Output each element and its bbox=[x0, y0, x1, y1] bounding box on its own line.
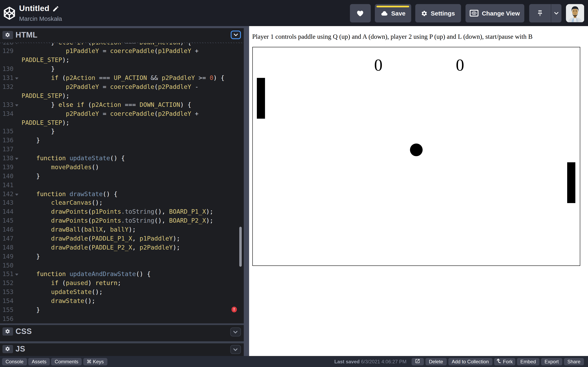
js-editor-panel: JS bbox=[0, 343, 244, 356]
line-number: 150 bbox=[0, 261, 13, 270]
code-fold-arrow-icon[interactable] bbox=[15, 158, 18, 160]
line-number: 131 bbox=[0, 74, 13, 83]
js-settings-gear-button[interactable] bbox=[2, 345, 13, 353]
line-number: 147 bbox=[0, 234, 13, 243]
html-collapse-button[interactable] bbox=[231, 30, 241, 39]
codepen-logo-icon[interactable] bbox=[3, 7, 16, 20]
last-saved-status: Last saved 6/3/2021 4:06:27 PM bbox=[334, 359, 406, 364]
header-actions: SaveSettingsChange View bbox=[350, 4, 588, 22]
code-fold-arrow-icon[interactable] bbox=[15, 274, 18, 276]
settings-button[interactable]: Settings bbox=[415, 4, 461, 22]
editor-column: HTML 128 } else if (p1Action === DOWN_AC… bbox=[0, 26, 244, 356]
pin-menu-caret-button[interactable] bbox=[551, 4, 561, 22]
footer-left-buttons: ConsoleAssetsComments⌘ Keys bbox=[2, 358, 107, 365]
code-fold-arrow-icon[interactable] bbox=[15, 193, 18, 196]
html-css-resize-gutter[interactable] bbox=[0, 323, 244, 325]
comments-button[interactable]: Comments bbox=[51, 358, 82, 365]
line-number: 148 bbox=[0, 243, 13, 252]
code-fold-arrow-icon[interactable] bbox=[15, 77, 18, 80]
line-number: 142 bbox=[0, 190, 13, 199]
code-line-wrap: PADDLE_STEP); bbox=[0, 92, 244, 101]
fork-button-label: Fork bbox=[503, 359, 513, 364]
gear-icon bbox=[5, 329, 10, 334]
line-number: 140 bbox=[0, 172, 13, 181]
code-line-139: 139 movePaddles() bbox=[0, 163, 244, 172]
embed-button[interactable]: Embed bbox=[517, 358, 539, 365]
chevron-down-icon bbox=[233, 32, 238, 37]
fork-button[interactable]: Fork bbox=[494, 358, 515, 365]
code-line-141: 141 bbox=[0, 181, 244, 190]
code-line-138: 138 function updateState() { bbox=[0, 154, 244, 163]
line-number: 128 bbox=[0, 43, 13, 47]
line-number: 156 bbox=[0, 315, 13, 323]
edit-pencil-icon[interactable] bbox=[52, 5, 59, 12]
editor-scrollbar-thumb[interactable] bbox=[239, 227, 242, 267]
game-instructions-text: Player 1 controls paddle using Q (up) an… bbox=[252, 33, 532, 40]
code-line-133: 133 } else if (p2Action === DOWN_ACTION)… bbox=[0, 101, 244, 110]
share-button[interactable]: Share bbox=[564, 358, 584, 365]
code-line-153: 153 updateState(); bbox=[0, 288, 244, 297]
code-line-134: 134 p2PaddleY = coercePaddle(p2PaddleY + bbox=[0, 109, 244, 118]
code-line-131: 131 if (p2Action === UP_ACTION && p2Padd… bbox=[0, 74, 244, 83]
code-line-129: 129 p1PaddleY = coercePaddle(p1PaddleY + bbox=[0, 47, 244, 56]
pen-author[interactable]: Marcin Moskała bbox=[19, 15, 62, 22]
cloud-icon bbox=[380, 11, 388, 16]
line-number: 139 bbox=[0, 163, 13, 172]
pen-title-block: Untitled Marcin Moskała bbox=[19, 4, 62, 22]
line-number: 137 bbox=[0, 145, 13, 154]
gear-icon bbox=[5, 346, 10, 352]
assets-button[interactable]: Assets bbox=[28, 358, 50, 365]
top-resize-gutter[interactable] bbox=[0, 26, 244, 28]
keys-button[interactable]: ⌘ Keys bbox=[83, 358, 107, 365]
pin-icon bbox=[536, 10, 544, 17]
add-to-collection-button[interactable]: Add to Collection bbox=[448, 358, 492, 365]
css-settings-gear-button[interactable] bbox=[2, 327, 13, 335]
pin-button[interactable] bbox=[529, 4, 551, 22]
delete-button-label: Delete bbox=[429, 359, 443, 364]
css-collapse-button[interactable] bbox=[230, 327, 241, 336]
html-code-editor[interactable]: 128 } else if (p1Action === DOWN_ACTION)… bbox=[0, 43, 244, 323]
code-fold-arrow-icon[interactable] bbox=[15, 43, 18, 44]
user-avatar[interactable] bbox=[566, 4, 584, 22]
settings-button-label: Settings bbox=[431, 10, 455, 17]
gear-icon bbox=[421, 10, 428, 17]
code-line-142: 142 function drawState() { bbox=[0, 190, 244, 199]
export-button-label: Export bbox=[545, 359, 559, 364]
code-line-144: 144 drawPoints(p1Points.toString(), BOAR… bbox=[0, 208, 244, 217]
line-number: 153 bbox=[0, 288, 13, 297]
delete-button[interactable]: Delete bbox=[425, 358, 447, 365]
line-number: 144 bbox=[0, 208, 13, 217]
editor-preview-resize-gutter[interactable] bbox=[244, 26, 249, 356]
code-line-136: 136 } bbox=[0, 136, 244, 145]
change-view-button[interactable]: Change View bbox=[465, 4, 524, 22]
console-button[interactable]: Console bbox=[2, 358, 27, 365]
like-button[interactable] bbox=[350, 4, 371, 22]
footer-bar: ConsoleAssetsComments⌘ Keys Last saved 6… bbox=[0, 356, 588, 367]
css-js-resize-gutter[interactable] bbox=[0, 341, 244, 343]
line-number: 154 bbox=[0, 297, 13, 306]
open-live-view-button[interactable] bbox=[411, 358, 424, 365]
pong-ball bbox=[410, 143, 423, 156]
line-number: 145 bbox=[0, 217, 13, 225]
player2-paddle bbox=[567, 162, 575, 203]
html-settings-gear-button[interactable] bbox=[2, 31, 13, 39]
css-panel-header: CSS bbox=[0, 325, 244, 339]
change-view-button-label: Change View bbox=[482, 10, 520, 17]
fork-icon bbox=[496, 359, 501, 365]
view-icon bbox=[470, 10, 479, 17]
line-number: 136 bbox=[0, 136, 13, 145]
save-button-label: Save bbox=[391, 10, 406, 17]
save-button[interactable]: Save bbox=[375, 4, 411, 22]
code-line-135: 135 } bbox=[0, 127, 244, 136]
pen-title: Untitled bbox=[19, 4, 49, 13]
code-line-143: 143 clearCanvas(); bbox=[0, 199, 244, 208]
html-panel-title: HTML bbox=[16, 31, 38, 40]
code-line-152: 152 if (paused) return; bbox=[0, 279, 244, 288]
embed-button-label: Embed bbox=[520, 359, 536, 364]
share-button-label: Share bbox=[567, 359, 580, 364]
js-collapse-button[interactable] bbox=[230, 345, 241, 354]
error-badge[interactable]: ! bbox=[231, 307, 237, 312]
line-number: 151 bbox=[0, 270, 13, 279]
export-button[interactable]: Export bbox=[541, 358, 562, 365]
code-fold-arrow-icon[interactable] bbox=[15, 104, 18, 106]
